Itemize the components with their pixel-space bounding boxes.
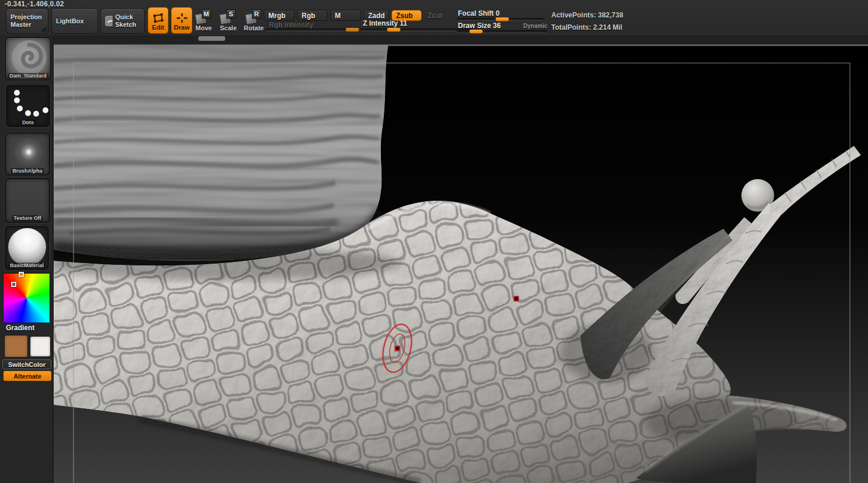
z-intensity-label: Z Intensity 11	[327, 19, 443, 27]
sv-selector-icon[interactable]	[11, 282, 16, 287]
alternate-button[interactable]: Alternate	[4, 371, 51, 381]
draw-size-handle[interactable]	[469, 29, 483, 34]
lightbox-button[interactable]: LightBox	[51, 8, 98, 34]
material-sphere	[8, 228, 46, 266]
stroke-label: Dots	[20, 120, 36, 125]
top-toolbar: -0.341,-1.406,0.02 Projection Master Lig…	[0, 0, 868, 36]
coord-x: -0.341	[5, 0, 25, 8]
draw-size-label: Draw Size 36	[458, 22, 501, 30]
quick-sketch-label: Quick Sketch	[115, 13, 140, 28]
color-picker[interactable]	[3, 273, 50, 323]
active-points-stat: ActivePoints: 382,738	[551, 11, 623, 19]
quick-sketch-icon	[105, 16, 113, 26]
quick-sketch-button[interactable]: Quick Sketch	[100, 8, 145, 34]
edit-gizmo-icon	[152, 13, 164, 23]
scale-icon: S	[220, 9, 236, 24]
dynamic-toggle[interactable]: Dynamic	[523, 23, 548, 29]
lightbox-label: LightBox	[56, 18, 84, 25]
rotate-button[interactable]: R Rotate	[244, 9, 264, 32]
alternate-label: Alternate	[13, 373, 41, 380]
edit-label: Edit	[152, 24, 164, 32]
rgb-intensity-slider[interactable]	[265, 29, 358, 32]
projection-master-button[interactable]: Projection Master	[6, 8, 48, 34]
z-intensity-slider[interactable]	[360, 29, 473, 32]
focal-shift-label: Focal Shift 0	[458, 9, 499, 18]
gradient-label: Gradient	[6, 324, 34, 332]
snail-shell	[54, 45, 388, 261]
brush-marker	[514, 296, 519, 301]
rgb-intensity-handle[interactable]	[345, 27, 359, 32]
scale-button[interactable]: S Scale	[220, 9, 237, 32]
texture-thumbnail[interactable]: Texture Off	[5, 178, 50, 223]
stroke-thumbnail[interactable]: Dots	[6, 85, 50, 127]
sculpt-canvas[interactable]	[54, 36, 868, 483]
rotate-label: Rotate	[244, 24, 264, 32]
draw-label: Draw	[174, 24, 190, 32]
draw-crosshair-icon	[176, 13, 188, 23]
rotate-icon: R	[246, 9, 262, 24]
move-button[interactable]: M Move	[195, 9, 212, 32]
switch-color-button[interactable]: SwitchColor	[2, 359, 51, 369]
brush-thumbnail[interactable]: Dam_Standard	[5, 37, 51, 80]
corner-fold-icon	[41, 26, 46, 32]
canvas-scrollbar[interactable]	[198, 36, 225, 41]
draw-button[interactable]: Draw	[171, 7, 192, 34]
edit-button[interactable]: Edit	[148, 7, 169, 34]
draw-size-slider[interactable]	[457, 30, 547, 33]
zbrush-window: -0.341,-1.406,0.02 Projection Master Lig…	[0, 0, 868, 483]
rgb-intensity-label: Rgb Intensity	[269, 21, 313, 29]
focal-shift-handle[interactable]	[495, 17, 509, 22]
scale-label: Scale	[220, 24, 237, 32]
projection-master-label: Projection Master	[10, 13, 44, 28]
mrgb-button[interactable]: Mrgb	[264, 10, 295, 21]
material-thumbnail[interactable]: BasicMaterial	[5, 226, 49, 270]
move-label: Move	[195, 24, 212, 32]
brush-label: Dam_Standard	[8, 73, 48, 79]
alpha-thumbnail[interactable]: BrushAlpha	[5, 132, 50, 176]
main-color-swatch[interactable]	[4, 335, 28, 358]
alpha-label: BrushAlpha	[10, 168, 44, 174]
z-intensity-handle[interactable]	[387, 27, 401, 32]
coord-y: -1.406	[27, 0, 48, 8]
left-shelf: Dam_Standard Dots BrushAlpha Texture Off…	[0, 36, 54, 483]
texture-label: Texture Off	[12, 215, 43, 221]
focal-shift-slider[interactable]	[457, 18, 544, 21]
total-points-stat: TotalPoints: 2.214 Mil	[551, 23, 622, 32]
secondary-color-swatch[interactable]	[30, 336, 51, 357]
move-icon: M	[196, 9, 212, 24]
hue-selector-icon[interactable]	[19, 272, 24, 277]
switch-color-label: SwitchColor	[8, 361, 46, 368]
coord-z: 0.02	[50, 0, 64, 8]
coordinate-readout: -0.341,-1.406,0.02	[5, 0, 64, 8]
rgb-button[interactable]: Rgb	[297, 10, 328, 21]
material-label: BasicMaterial	[8, 262, 46, 268]
